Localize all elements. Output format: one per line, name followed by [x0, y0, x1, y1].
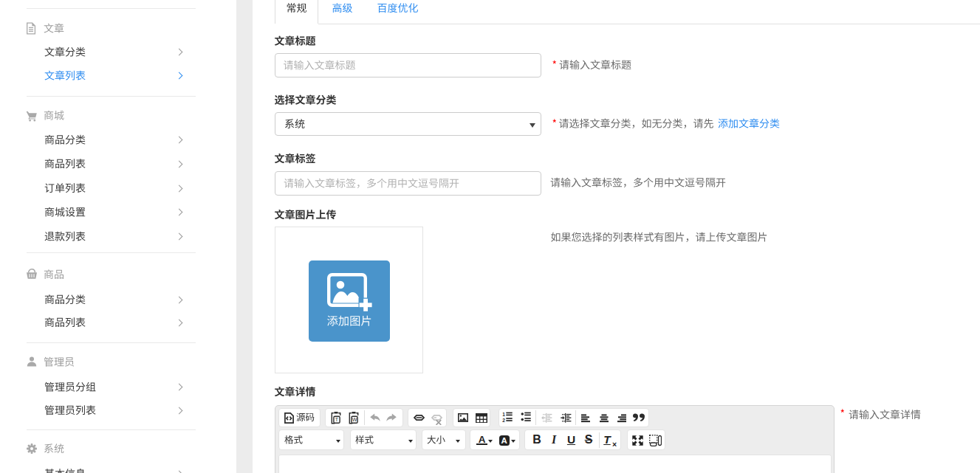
svg-text:1: 1: [502, 412, 505, 417]
svg-text:W: W: [352, 417, 357, 422]
svg-text:T: T: [335, 417, 339, 422]
svg-text:2: 2: [502, 418, 505, 422]
